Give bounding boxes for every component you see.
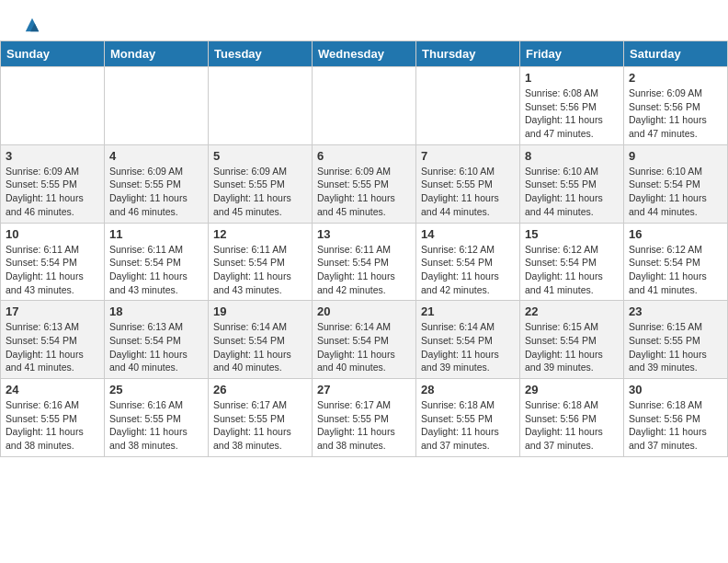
day-number: 27: [317, 383, 411, 396]
calendar-cell: 21Sunrise: 6:14 AM Sunset: 5:54 PM Dayli…: [416, 301, 520, 379]
calendar-cell: 26Sunrise: 6:17 AM Sunset: 5:55 PM Dayli…: [209, 379, 313, 457]
day-info: Sunrise: 6:15 AM Sunset: 5:54 PM Dayligh…: [525, 320, 619, 374]
day-number: 30: [629, 383, 722, 396]
calendar-cell: 24Sunrise: 6:16 AM Sunset: 5:55 PM Dayli…: [1, 379, 105, 457]
calendar-cell: 15Sunrise: 6:12 AM Sunset: 5:54 PM Dayli…: [520, 223, 624, 301]
day-info: Sunrise: 6:17 AM Sunset: 5:55 PM Dayligh…: [213, 398, 307, 453]
calendar-cell: 29Sunrise: 6:18 AM Sunset: 5:56 PM Dayli…: [520, 379, 624, 457]
day-number: 3: [6, 149, 99, 163]
calendar-table: SundayMondayTuesdayWednesdayThursdayFrid…: [0, 40, 728, 457]
day-info: Sunrise: 6:10 AM Sunset: 5:55 PM Dayligh…: [421, 165, 515, 219]
day-info: Sunrise: 6:14 AM Sunset: 5:54 PM Dayligh…: [317, 320, 411, 374]
day-number: 20: [317, 304, 411, 318]
weekday-header-wednesday: Wednesday: [313, 41, 416, 67]
day-info: Sunrise: 6:12 AM Sunset: 5:54 PM Dayligh…: [421, 243, 515, 297]
weekday-header-monday: Monday: [105, 41, 209, 67]
calendar-cell: 25Sunrise: 6:16 AM Sunset: 5:55 PM Dayli…: [105, 379, 209, 457]
day-number: 13: [317, 227, 411, 241]
calendar-cell: 17Sunrise: 6:13 AM Sunset: 5:54 PM Dayli…: [1, 301, 105, 379]
day-number: 11: [109, 227, 203, 241]
calendar-cell: 18Sunrise: 6:13 AM Sunset: 5:54 PM Dayli…: [105, 301, 209, 379]
day-number: 15: [525, 227, 619, 241]
day-number: 17: [6, 304, 99, 318]
calendar-cell: 30Sunrise: 6:18 AM Sunset: 5:56 PM Dayli…: [624, 379, 728, 457]
day-info: Sunrise: 6:16 AM Sunset: 5:55 PM Dayligh…: [109, 398, 203, 453]
calendar-cell: 22Sunrise: 6:15 AM Sunset: 5:54 PM Dayli…: [520, 301, 624, 379]
day-info: Sunrise: 6:11 AM Sunset: 5:54 PM Dayligh…: [317, 243, 411, 297]
day-number: 21: [421, 304, 515, 318]
calendar-cell: 9Sunrise: 6:10 AM Sunset: 5:54 PM Daylig…: [624, 144, 728, 223]
day-number: 19: [213, 304, 307, 318]
weekday-header-thursday: Thursday: [416, 41, 520, 67]
day-info: Sunrise: 6:12 AM Sunset: 5:54 PM Dayligh…: [525, 243, 619, 297]
calendar-cell: [416, 67, 520, 145]
calendar-cell: 4Sunrise: 6:09 AM Sunset: 5:55 PM Daylig…: [105, 144, 209, 223]
weekday-header-saturday: Saturday: [624, 41, 728, 67]
calendar-cell: 2Sunrise: 6:09 AM Sunset: 5:56 PM Daylig…: [624, 67, 728, 145]
day-number: 23: [629, 304, 722, 318]
calendar-week-row: 24Sunrise: 6:16 AM Sunset: 5:55 PM Dayli…: [1, 379, 728, 457]
calendar-cell: 3Sunrise: 6:09 AM Sunset: 5:55 PM Daylig…: [1, 144, 105, 223]
calendar-cell: 20Sunrise: 6:14 AM Sunset: 5:54 PM Dayli…: [313, 301, 416, 379]
calendar-cell: 14Sunrise: 6:12 AM Sunset: 5:54 PM Dayli…: [416, 223, 520, 301]
day-info: Sunrise: 6:15 AM Sunset: 5:55 PM Dayligh…: [629, 320, 722, 374]
day-info: Sunrise: 6:17 AM Sunset: 5:55 PM Dayligh…: [317, 398, 411, 453]
day-number: 7: [421, 149, 515, 163]
day-info: Sunrise: 6:09 AM Sunset: 5:56 PM Dayligh…: [629, 86, 722, 141]
logo-icon: [24, 17, 40, 33]
day-info: Sunrise: 6:18 AM Sunset: 5:56 PM Dayligh…: [525, 398, 619, 453]
calendar-week-row: 3Sunrise: 6:09 AM Sunset: 5:55 PM Daylig…: [1, 144, 728, 223]
calendar-cell: 6Sunrise: 6:09 AM Sunset: 5:55 PM Daylig…: [313, 144, 416, 223]
calendar-cell: 23Sunrise: 6:15 AM Sunset: 5:55 PM Dayli…: [624, 301, 728, 379]
calendar-cell: 12Sunrise: 6:11 AM Sunset: 5:54 PM Dayli…: [209, 223, 313, 301]
calendar-cell: 5Sunrise: 6:09 AM Sunset: 5:55 PM Daylig…: [209, 144, 313, 223]
calendar-cell: 8Sunrise: 6:10 AM Sunset: 5:55 PM Daylig…: [520, 144, 624, 223]
calendar-week-row: 17Sunrise: 6:13 AM Sunset: 5:54 PM Dayli…: [1, 301, 728, 379]
day-number: 1: [525, 71, 619, 85]
day-number: 2: [629, 71, 722, 85]
day-number: 6: [317, 149, 411, 163]
day-info: Sunrise: 6:11 AM Sunset: 5:54 PM Dayligh…: [109, 243, 203, 297]
calendar-cell: 19Sunrise: 6:14 AM Sunset: 5:54 PM Dayli…: [209, 301, 313, 379]
day-info: Sunrise: 6:18 AM Sunset: 5:55 PM Dayligh…: [421, 398, 515, 453]
calendar-cell: 10Sunrise: 6:11 AM Sunset: 5:54 PM Dayli…: [1, 223, 105, 301]
calendar-cell: 7Sunrise: 6:10 AM Sunset: 5:55 PM Daylig…: [416, 144, 520, 223]
day-number: 26: [213, 383, 307, 396]
day-info: Sunrise: 6:14 AM Sunset: 5:54 PM Dayligh…: [213, 320, 307, 374]
day-info: Sunrise: 6:09 AM Sunset: 5:55 PM Dayligh…: [317, 165, 411, 219]
calendar-cell: 13Sunrise: 6:11 AM Sunset: 5:54 PM Dayli…: [313, 223, 416, 301]
day-info: Sunrise: 6:12 AM Sunset: 5:54 PM Dayligh…: [629, 243, 722, 297]
calendar-cell: [1, 67, 105, 145]
day-number: 25: [109, 383, 203, 396]
day-number: 8: [525, 149, 619, 163]
calendar-cell: 28Sunrise: 6:18 AM Sunset: 5:55 PM Dayli…: [416, 379, 520, 457]
calendar-cell: [105, 67, 209, 145]
day-info: Sunrise: 6:13 AM Sunset: 5:54 PM Dayligh…: [109, 320, 203, 374]
calendar-cell: [209, 67, 313, 145]
day-number: 12: [213, 227, 307, 241]
logo: [22, 17, 40, 33]
day-info: Sunrise: 6:11 AM Sunset: 5:54 PM Dayligh…: [6, 243, 99, 297]
day-info: Sunrise: 6:13 AM Sunset: 5:54 PM Dayligh…: [6, 320, 99, 374]
day-number: 16: [629, 227, 722, 241]
page-header: [0, 0, 728, 40]
day-info: Sunrise: 6:11 AM Sunset: 5:54 PM Dayligh…: [213, 243, 307, 297]
weekday-header-tuesday: Tuesday: [209, 41, 313, 67]
calendar-cell: 11Sunrise: 6:11 AM Sunset: 5:54 PM Dayli…: [105, 223, 209, 301]
day-number: 4: [109, 149, 203, 163]
day-info: Sunrise: 6:10 AM Sunset: 5:55 PM Dayligh…: [525, 165, 619, 219]
day-number: 24: [6, 383, 99, 396]
weekday-header-friday: Friday: [520, 41, 624, 67]
day-number: 18: [109, 304, 203, 318]
day-info: Sunrise: 6:16 AM Sunset: 5:55 PM Dayligh…: [6, 398, 99, 453]
weekday-header-row: SundayMondayTuesdayWednesdayThursdayFrid…: [1, 41, 728, 67]
day-number: 10: [6, 227, 99, 241]
day-number: 28: [421, 383, 515, 396]
day-info: Sunrise: 6:10 AM Sunset: 5:54 PM Dayligh…: [629, 165, 722, 219]
calendar-cell: 1Sunrise: 6:08 AM Sunset: 5:56 PM Daylig…: [520, 67, 624, 145]
day-number: 29: [525, 383, 619, 396]
day-info: Sunrise: 6:09 AM Sunset: 5:55 PM Dayligh…: [109, 165, 203, 219]
calendar-cell: 16Sunrise: 6:12 AM Sunset: 5:54 PM Dayli…: [624, 223, 728, 301]
day-number: 22: [525, 304, 619, 318]
day-info: Sunrise: 6:18 AM Sunset: 5:56 PM Dayligh…: [629, 398, 722, 453]
